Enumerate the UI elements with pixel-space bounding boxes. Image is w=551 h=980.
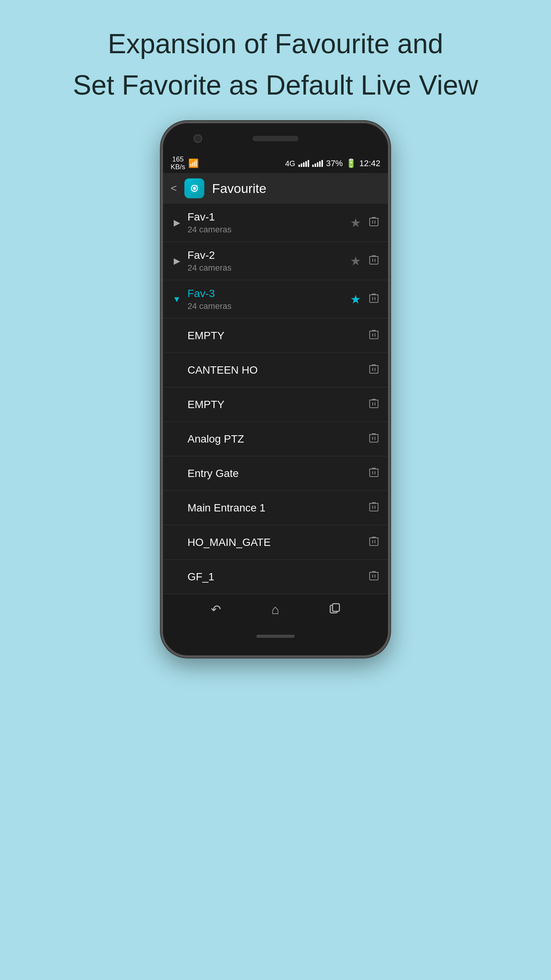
- list-item-fav2[interactable]: ▶ Fav-2 24 cameras ★: [163, 242, 388, 280]
- list-item-ho-main-gate[interactable]: HO_MAIN_GATE: [163, 525, 388, 560]
- home-nav-button[interactable]: ⌂: [271, 602, 279, 617]
- main-entrance-actions: [369, 501, 379, 514]
- list-container: ▶ Fav-1 24 cameras ★ ▶: [163, 204, 388, 594]
- recents-nav-button[interactable]: [329, 603, 340, 616]
- list-item-fav3[interactable]: ▼ Fav-3 24 cameras ★: [163, 280, 388, 318]
- chevron-fav2: ▶: [172, 256, 181, 266]
- phone-frame: 165KB/s 📶 4G 37% 🔋 12:42: [161, 121, 390, 658]
- svg-rect-5: [370, 256, 378, 264]
- empty2-delete[interactable]: [369, 398, 379, 411]
- entry-gate-text: Entry Gate: [172, 467, 369, 480]
- wifi-icon: 📶: [188, 158, 199, 168]
- ho-main-gate-actions: [369, 536, 379, 549]
- gf1-actions: [369, 570, 379, 583]
- canteen-delete[interactable]: [369, 363, 379, 377]
- empty2-text: EMPTY: [172, 399, 369, 411]
- page-title-line1: Expansion of Favourite and: [73, 23, 478, 64]
- fav3-delete[interactable]: [369, 292, 379, 306]
- fav2-actions: ★: [350, 254, 379, 268]
- chevron-fav1: ▶: [172, 218, 181, 228]
- ho-main-gate-name: HO_MAIN_GATE: [187, 536, 369, 549]
- fav1-text: Fav-1 24 cameras: [187, 211, 350, 235]
- gf1-delete[interactable]: [369, 570, 379, 583]
- list-item-fav1[interactable]: ▶ Fav-1 24 cameras ★: [163, 204, 388, 242]
- signal-bars: [298, 160, 309, 167]
- analog-ptz-name: Analog PTZ: [187, 433, 369, 445]
- entry-gate-delete[interactable]: [369, 467, 379, 480]
- network-type: 4G: [285, 159, 295, 168]
- status-bar: 165KB/s 📶 4G 37% 🔋 12:42: [163, 154, 388, 173]
- canteen-text: CANTEEN HO: [172, 364, 369, 376]
- svg-rect-7: [370, 331, 378, 339]
- app-header: < Favourite: [163, 173, 388, 204]
- status-right: 4G 37% 🔋 12:42: [285, 158, 380, 168]
- page-header: Expansion of Favourite and Set Favorite …: [73, 23, 478, 106]
- phone-top-bar: [163, 123, 388, 154]
- svg-rect-11: [370, 469, 378, 477]
- svg-point-3: [196, 185, 197, 187]
- fav2-star[interactable]: ★: [350, 254, 361, 268]
- fav3-sub: 24 cameras: [187, 301, 350, 311]
- analog-ptz-text: Analog PTZ: [172, 433, 369, 445]
- fav2-name: Fav-2: [187, 249, 350, 261]
- svg-rect-9: [370, 400, 378, 408]
- fav1-delete[interactable]: [369, 216, 379, 229]
- fav3-actions: ★: [350, 292, 379, 307]
- signal-bars-2: [312, 160, 323, 167]
- list-item-gf1[interactable]: GF_1: [163, 560, 388, 594]
- page-title-line2: Set Favorite as Default Live View: [73, 64, 478, 106]
- list-item-main-entrance[interactable]: Main Entrance 1: [163, 491, 388, 525]
- empty1-name: EMPTY: [187, 330, 369, 342]
- fav3-text: Fav-3 24 cameras: [187, 287, 350, 311]
- svg-rect-4: [370, 218, 378, 226]
- network-speed: 165KB/s: [171, 156, 185, 171]
- app-title: Favourite: [212, 181, 266, 196]
- svg-point-2: [193, 187, 196, 190]
- time-display: 12:42: [359, 158, 380, 168]
- svg-rect-14: [370, 572, 378, 580]
- chevron-fav3: ▼: [172, 294, 181, 304]
- camera-icon: [188, 182, 201, 194]
- list-item-empty2[interactable]: EMPTY: [163, 387, 388, 422]
- fav1-sub: 24 cameras: [187, 225, 350, 235]
- app-icon: [184, 178, 204, 198]
- entry-gate-actions: [369, 467, 379, 480]
- empty1-actions: [369, 329, 379, 342]
- fav2-delete[interactable]: [369, 254, 379, 268]
- fav1-name: Fav-1: [187, 211, 350, 223]
- list-item-canteen[interactable]: CANTEEN HO: [163, 353, 388, 387]
- svg-rect-13: [370, 538, 378, 546]
- battery-percentage: 37%: [326, 158, 343, 168]
- svg-rect-8: [370, 366, 378, 373]
- canteen-name: CANTEEN HO: [187, 364, 369, 376]
- fav1-star[interactable]: ★: [350, 216, 361, 230]
- gf1-text: GF_1: [172, 571, 369, 583]
- empty2-actions: [369, 398, 379, 411]
- phone-bottom-bar: [163, 625, 388, 648]
- list-item-empty1[interactable]: EMPTY: [163, 318, 388, 353]
- status-left: 165KB/s 📶: [171, 156, 199, 171]
- canteen-actions: [369, 363, 379, 377]
- svg-rect-12: [370, 503, 378, 511]
- list-item-analog-ptz[interactable]: Analog PTZ: [163, 422, 388, 456]
- svg-rect-10: [370, 434, 378, 442]
- fav2-text: Fav-2 24 cameras: [187, 249, 350, 273]
- back-button[interactable]: <: [171, 182, 177, 194]
- main-entrance-delete[interactable]: [369, 501, 379, 514]
- phone-home-bar: [256, 635, 295, 638]
- empty1-delete[interactable]: [369, 329, 379, 342]
- ho-main-gate-text: HO_MAIN_GATE: [172, 536, 369, 549]
- main-entrance-text: Main Entrance 1: [172, 502, 369, 514]
- svg-rect-16: [333, 604, 339, 611]
- back-nav-button[interactable]: ↶: [211, 602, 221, 617]
- phone-camera: [194, 134, 202, 143]
- empty1-text: EMPTY: [172, 330, 369, 342]
- ho-main-gate-delete[interactable]: [369, 536, 379, 549]
- main-entrance-name: Main Entrance 1: [187, 502, 369, 514]
- fav3-name: Fav-3: [187, 287, 350, 300]
- list-item-entry-gate[interactable]: Entry Gate: [163, 456, 388, 491]
- bottom-nav: ↶ ⌂: [163, 594, 388, 625]
- fav3-star[interactable]: ★: [350, 292, 361, 307]
- analog-ptz-delete[interactable]: [369, 432, 379, 446]
- fav2-sub: 24 cameras: [187, 263, 350, 273]
